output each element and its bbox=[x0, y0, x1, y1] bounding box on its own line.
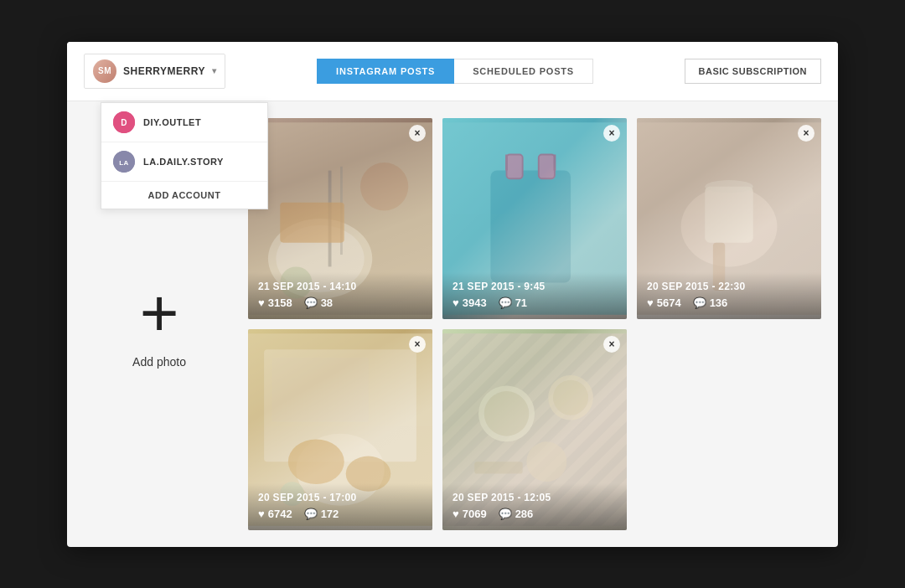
post-date-2: 21 SEP 2015 - 9:45 bbox=[452, 281, 617, 292]
comment-icon: 💬 bbox=[304, 297, 318, 309]
la-daily-label: LA.DAILY.STORY bbox=[143, 157, 224, 167]
svg-rect-13 bbox=[490, 170, 571, 282]
add-photo-label: Add photo bbox=[132, 355, 186, 369]
post-comments-3: 💬 136 bbox=[693, 297, 728, 309]
comment-icon-2: 💬 bbox=[499, 297, 512, 309]
posts-grid: × 21 SEP 2015 - 14:10 ♥ 3158 💬 38 bbox=[248, 118, 821, 530]
svg-point-10 bbox=[360, 162, 408, 210]
svg-rect-20 bbox=[705, 186, 752, 242]
svg-point-21 bbox=[705, 180, 752, 193]
plus-icon: + bbox=[140, 280, 179, 347]
tabs-container: INSTAGRAM POSTS SCHEDULED POSTS bbox=[317, 59, 593, 84]
instagram-posts-tab[interactable]: INSTAGRAM POSTS bbox=[317, 59, 454, 84]
close-button-3[interactable]: × bbox=[798, 125, 814, 142]
post-date-5: 20 SEP 2015 - 12:05 bbox=[452, 492, 617, 503]
close-button-4[interactable]: × bbox=[409, 336, 426, 353]
chevron-down-icon: ▾ bbox=[212, 66, 217, 75]
post-likes-1: ♥ 3158 bbox=[258, 297, 292, 309]
scheduled-posts-tab[interactable]: SCHEDULED POSTS bbox=[454, 59, 593, 84]
heart-icon: ♥ bbox=[258, 297, 265, 309]
svg-point-36 bbox=[553, 379, 588, 415]
post-date-1: 21 SEP 2015 - 14:10 bbox=[258, 281, 422, 292]
post-likes-5: ♥ 7069 bbox=[452, 508, 487, 520]
post-likes-2: ♥ 3943 bbox=[452, 297, 487, 309]
svg-rect-15 bbox=[539, 154, 555, 178]
top-bar: SM SHERRYMERRY ▾ D DIY.OUTLET bbox=[67, 42, 838, 101]
subscription-button[interactable]: BASIC SUBSCRIPTION bbox=[685, 59, 821, 84]
svg-point-26 bbox=[288, 439, 344, 484]
diy-outlet-label: DIY.OUTLET bbox=[143, 117, 201, 127]
post-comments-4: 💬 172 bbox=[304, 508, 339, 520]
app-window: SM SHERRYMERRY ▾ D DIY.OUTLET bbox=[67, 42, 838, 547]
svg-rect-14 bbox=[507, 154, 523, 178]
svg-point-34 bbox=[484, 391, 530, 436]
add-account-button[interactable]: ADD ACCOUNT bbox=[101, 182, 267, 209]
comment-icon-5: 💬 bbox=[499, 508, 512, 520]
account-selector[interactable]: SM SHERRYMERRY ▾ bbox=[84, 54, 225, 89]
post-likes-4: ♥ 6742 bbox=[258, 508, 292, 520]
diy-avatar: D bbox=[113, 111, 135, 133]
post-date-3: 20 SEP 2015 - 22:30 bbox=[647, 281, 811, 292]
post-date-4: 20 SEP 2015 - 17:00 bbox=[258, 492, 422, 503]
dropdown-item-diy[interactable]: D DIY.OUTLET bbox=[101, 103, 267, 142]
post-comments-5: 💬 286 bbox=[499, 508, 534, 520]
post-likes-3: ♥ 5674 bbox=[647, 297, 681, 309]
comment-icon-4: 💬 bbox=[304, 508, 318, 520]
svg-point-37 bbox=[526, 441, 566, 482]
heart-icon-5: ♥ bbox=[452, 508, 459, 520]
heart-icon-2: ♥ bbox=[452, 297, 459, 309]
post-comments-1: 💬 38 bbox=[304, 297, 333, 309]
heart-icon-3: ♥ bbox=[647, 297, 654, 309]
la-avatar: LA bbox=[113, 151, 135, 173]
account-name: SHERRYMERRY bbox=[123, 65, 205, 77]
close-button-2[interactable]: × bbox=[603, 125, 620, 142]
post-card-1[interactable]: × 21 SEP 2015 - 14:10 ♥ 3158 💬 38 bbox=[248, 118, 432, 319]
post-card-2[interactable]: × 21 SEP 2015 - 9:45 ♥ 3943 💬 71 bbox=[442, 118, 627, 319]
post-card-4[interactable]: × 20 SEP 2015 - 17:00 ♥ 6742 💬 172 bbox=[248, 329, 432, 530]
close-button-1[interactable]: × bbox=[409, 125, 426, 142]
post-comments-2: 💬 71 bbox=[499, 297, 527, 309]
comment-icon-3: 💬 bbox=[693, 297, 706, 309]
post-card-5[interactable]: × 20 SEP 2015 - 12:05 ♥ 7069 💬 286 bbox=[442, 329, 627, 530]
post-card-3[interactable]: × 20 SEP 2015 - 22:30 ♥ 5674 💬 136 bbox=[637, 118, 821, 319]
svg-text:D: D bbox=[121, 118, 127, 127]
avatar: SM bbox=[93, 59, 116, 83]
heart-icon-4: ♥ bbox=[258, 508, 265, 520]
svg-text:LA: LA bbox=[119, 159, 129, 167]
dropdown-item-la[interactable]: LA LA.DAILY.STORY bbox=[101, 142, 267, 182]
svg-rect-28 bbox=[272, 357, 369, 421]
account-dropdown: D DIY.OUTLET LA LA.DAILY.STORY AD bbox=[101, 102, 268, 209]
svg-rect-9 bbox=[280, 202, 344, 242]
close-button-5[interactable]: × bbox=[603, 336, 620, 353]
svg-rect-38 bbox=[474, 462, 522, 473]
